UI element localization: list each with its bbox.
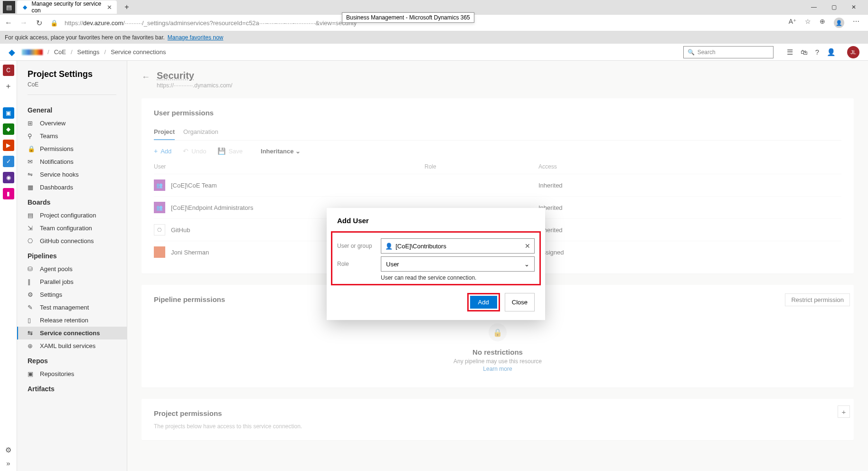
window-minimize-icon[interactable]: — [809,4,819,10]
person-icon: 👤 [385,243,393,250]
tab-organization[interactable]: Organization [183,124,218,140]
agent-pools-icon: ⛁ [28,265,35,273]
team-configuration-icon: ⇲ [28,225,35,232]
sidebar-item-parallel-jobs[interactable]: ‖Parallel jobs [17,275,127,288]
user-or-group-label: User or group [337,243,376,249]
user-or-group-input[interactable]: 👤 [CoE]\Contributors ✕ [381,238,535,254]
sidebar-item-teams[interactable]: ⚲Teams [17,130,127,142]
project-icon-coe[interactable]: C [3,65,14,76]
undo-icon: ↶ [183,147,189,155]
sidebar-item-dashboards[interactable]: ▦Dashboards [17,181,127,194]
artifacts-rail-icon[interactable]: ◉ [3,172,14,183]
col-access: Access [538,163,557,170]
tab-close-icon[interactable]: ✕ [107,4,112,11]
sidebar-item-repositories[interactable]: ▣Repositories [17,367,127,380]
sidebar-item-label: Agent pools [40,265,73,273]
project-permissions-sub: The projects below have access to this s… [154,423,841,430]
list-icon[interactable]: ☰ [787,48,793,57]
inheritance-dropdown[interactable]: Inheritance⌄ [261,148,301,155]
sidebar-item-github-connections[interactable]: ⎔GitHub connections [17,235,127,247]
breadcrumb-service-connections[interactable]: Service connections [111,48,166,56]
sidebar-item-release-retention[interactable]: ▯Release retention [17,314,127,327]
sidebar-item-service-hooks[interactable]: ⇋Service hooks [17,168,127,181]
sidebar-item-overview[interactable]: ⊞Overview [17,117,127,130]
sidebar-item-team-configuration[interactable]: ⇲Team configuration [17,222,127,235]
expand-rail-icon[interactable]: » [3,459,14,467]
profile-icon[interactable]: 👤 [834,18,844,28]
marketplace-icon[interactable]: 🛍 [801,48,808,56]
sidebar-item-label: Teams [40,132,58,140]
tab-actions-icon[interactable]: ▤ [3,1,15,13]
clear-icon[interactable]: ✕ [525,242,530,250]
restrict-permission-button[interactable]: Restrict permission [785,293,850,306]
teams-icon: ⚲ [28,132,35,140]
project-settings-icon[interactable]: ⚙ [3,446,14,454]
devops-favicon: ◆ [22,4,28,10]
help-icon[interactable]: ? [815,48,819,56]
azure-devops-logo-icon[interactable]: ◆ [9,47,15,57]
sidebar-item-label: Dashboards [40,184,73,191]
manage-favorites-link[interactable]: Manage favorites now [168,34,223,41]
browser-tab[interactable]: ◆ Manage security for service con ✕ [17,0,117,14]
role-select[interactable]: User ⌄ [381,256,535,272]
sidebar-item-project-configuration[interactable]: ▤Project configuration [17,209,127,222]
refresh-button[interactable]: ↻ [34,19,44,28]
user-avatar[interactable]: JL [847,46,859,58]
window-maximize-icon[interactable]: ▢ [829,4,839,10]
service-hooks-icon: ⇋ [28,171,35,178]
user-settings-icon[interactable]: 👤 [827,48,836,57]
breadcrumb: / CoE / Settings / Service connections [22,48,166,56]
col-user: User [154,163,425,170]
sidebar-item-service-connections[interactable]: ⇆Service connections [17,327,127,339]
dialog-add-button[interactable]: Add [470,296,497,309]
window-close-icon[interactable]: ✕ [849,4,859,10]
breadcrumb-project[interactable]: CoE [54,48,66,56]
breadcrumb-settings[interactable]: Settings [77,48,100,56]
chevron-down-icon: ⌄ [524,261,529,268]
row-avatar-icon: ⎔ [154,224,165,236]
collections-icon[interactable]: ⊕ [820,18,825,28]
add-project-permission-button[interactable]: + [838,405,850,418]
user-permissions-heading: User permissions [154,109,841,117]
dialog-close-button[interactable]: Close [505,293,535,311]
testplans-rail-icon[interactable]: ✓ [3,156,14,167]
search-icon: 🔍 [688,49,695,56]
sidebar-item-notifications[interactable]: ✉Notifications [17,155,127,168]
repos-rail-icon[interactable]: ◆ [3,123,14,135]
sidebar-item-xaml-build-services[interactable]: ⊕XAML build services [17,339,127,352]
table-row[interactable]: 👥[CoE]\CoE TeamInherited [154,174,841,196]
no-restrictions-title: No restrictions [472,348,523,356]
sidebar-item-test-management[interactable]: ✎Test management [17,301,127,314]
new-tab-button[interactable]: + [121,3,133,11]
notifications-icon: ✉ [28,158,35,165]
back-arrow-icon[interactable]: ← [142,72,150,82]
more-icon[interactable]: ⋯ [853,18,859,28]
sidebar-item-label: Permissions [40,145,74,152]
tab-project[interactable]: Project [154,124,175,140]
add-project-icon[interactable]: + [3,81,14,92]
sidebar-item-agent-pools[interactable]: ⛁Agent pools [17,263,127,275]
favorites-star-icon[interactable]: ☆ [805,18,811,28]
extra-rail-icon[interactable]: ▮ [3,188,14,199]
sidebar-item-permissions[interactable]: 🔒Permissions [17,142,127,155]
sidebar-item-settings[interactable]: ⚙Settings [17,288,127,301]
sidebar-item-label: Service connections [40,330,100,337]
read-aloud-icon[interactable]: A⁺ [789,18,796,28]
back-button[interactable]: ← [4,19,13,27]
site-info-icon[interactable]: 🔒 [49,19,59,27]
learn-more-link[interactable]: Learn more [483,366,512,372]
pipelines-rail-icon[interactable]: ▶ [3,140,14,151]
row-name: [CoE]\CoE Team [171,182,425,189]
sidebar-section-pipelines: Pipelines [17,247,127,263]
row-avatar-icon [154,246,165,258]
add-user-dialog: Add User User or group 👤 [CoE]\Contribut… [327,208,545,320]
sidebar-item-label: Team configuration [40,225,92,232]
boards-rail-icon[interactable]: ▣ [3,107,14,119]
parallel-jobs-icon: ‖ [28,278,35,285]
row-avatar-icon: 👥 [154,179,165,191]
lock-icon: 🔒 [489,323,507,341]
add-button[interactable]: +Add [154,147,171,155]
search-input[interactable]: 🔍 Search [683,46,774,58]
org-name-redacted[interactable] [22,49,43,55]
forward-button: → [19,19,28,27]
